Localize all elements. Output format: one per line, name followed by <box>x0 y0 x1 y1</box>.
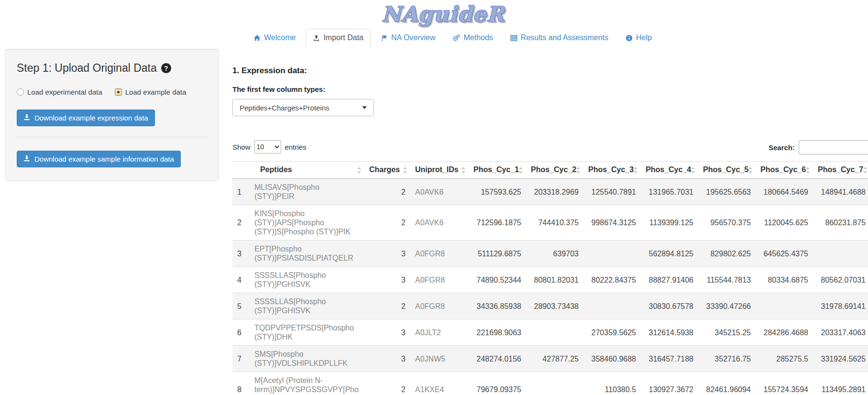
uniprot-cell: A0FGR8 <box>410 267 469 293</box>
charge-cell: 2 <box>364 179 410 205</box>
phos-cyc-5-cell: 33390.47266 <box>698 293 756 319</box>
row-index-cell: 1 <box>232 179 250 205</box>
phos-cyc-2-cell <box>526 319 583 346</box>
table-row: 5SSSSLLAS[Phospho (STY)]PGHISVK2A0FGR834… <box>232 293 868 319</box>
question-circle-icon[interactable]: ? <box>161 63 171 73</box>
charge-cell: 3 <box>364 319 410 346</box>
row-index-cell: 4 <box>232 267 250 293</box>
column-types-select[interactable]: Peptides+Charges+Proteins <box>232 99 374 116</box>
phos-cyc-3-cell: 110380.5 <box>583 372 641 395</box>
phos-cyc-3-cell: 80222.84375 <box>583 267 641 293</box>
uniprot-cell: A0FGR8 <box>410 293 469 319</box>
phos-cyc-7-cell <box>813 241 868 267</box>
peptide-cell: SSSSLLAS[Phospho (STY)]PGHISVK <box>250 293 364 319</box>
column-header-charges[interactable]: Charges <box>364 162 410 179</box>
column-header-phos-cyc-6[interactable]: Phos_Cyc_6 <box>756 162 813 179</box>
divider <box>17 137 207 137</box>
radio-label: Load experimental data <box>27 88 102 96</box>
table-row: 6TQDPVPPETPSDS[Phospho (STY)]DHK3A0JLT22… <box>232 319 868 346</box>
phos-cyc-3-cell <box>583 241 641 267</box>
phos-cyc-6-cell: 80334.6875 <box>756 267 813 293</box>
phos-cyc-2-cell: 28903.73438 <box>526 293 583 319</box>
phos-cyc-2-cell: 427877.25 <box>526 346 583 372</box>
flag-icon <box>381 34 388 42</box>
entries-label: entries <box>285 143 307 151</box>
row-index-cell: 3 <box>232 241 250 267</box>
radio-load-example-data[interactable]: Load example data <box>115 88 187 96</box>
phos-cyc-1-cell: 511129.6875 <box>469 241 526 267</box>
phos-cyc-7-cell: 31978.69141 <box>813 293 868 319</box>
tab-label: Results and Assessments <box>521 33 608 42</box>
phos-cyc-5-cell: 956570.375 <box>698 205 756 241</box>
peptide-cell: KINS[Phospho (STY)]APS[Phospho (STY)]S[P… <box>250 205 364 241</box>
column-header-phos-cyc-7[interactable]: Phos_Cyc_7 <box>813 162 868 179</box>
upload-panel-title-text: Step 1: Upload Original Data <box>17 62 157 75</box>
sort-icon <box>576 166 581 174</box>
phos-cyc-3-cell <box>583 293 641 319</box>
charge-cell: 2 <box>364 293 410 319</box>
phos-cyc-6-cell: 284286.4688 <box>756 319 813 346</box>
phos-cyc-4-cell: 131965.7031 <box>641 179 698 205</box>
phos-cyc-5-cell: 352716.75 <box>698 346 756 372</box>
column-header-phos-cyc-2[interactable]: Phos_Cyc_2 <box>526 162 583 179</box>
uniprot-cell: A0AVK6 <box>410 205 469 241</box>
phos-cyc-4-cell: 562894.8125 <box>641 241 698 267</box>
column-header-phos-cyc-5[interactable]: Phos_Cyc_5 <box>698 162 756 179</box>
charge-cell: 2 <box>364 205 410 241</box>
tab-help[interactable]: Help <box>618 29 659 47</box>
column-header-peptides[interactable]: Peptides <box>250 162 364 179</box>
phos-cyc-1-cell: 34336.85938 <box>469 293 526 319</box>
phos-cyc-5-cell: 345215.25 <box>698 319 756 346</box>
tab-results-assessments[interactable]: Results and Assessments <box>503 29 615 47</box>
row-index-cell: 7 <box>232 346 250 372</box>
charge-cell: 3 <box>364 241 410 267</box>
tab-methods[interactable]: Methods <box>445 29 500 47</box>
phos-cyc-4-cell: 130927.3672 <box>641 372 698 395</box>
gears-icon <box>452 34 460 42</box>
peptide-cell: TQDPVPPETPSDS[Phospho (STY)]DHK <box>250 319 364 346</box>
row-index-cell: 2 <box>232 205 250 241</box>
phos-cyc-1-cell: 79679.09375 <box>469 372 526 395</box>
search-input[interactable] <box>799 140 868 154</box>
radio-unchecked-icon <box>17 88 24 96</box>
column-header-phos-cyc-4[interactable]: Phos_Cyc_4 <box>641 162 698 179</box>
caret-down-icon <box>362 106 367 109</box>
phos-cyc-1-cell: 157593.625 <box>469 179 526 205</box>
download-sample-info-button[interactable]: Download example sample information data <box>17 151 181 167</box>
sort-icon <box>748 166 753 174</box>
download-expression-data-label: Download example expression data <box>34 114 148 122</box>
uniprot-cell: A0AVK6 <box>410 179 469 205</box>
sort-icon <box>805 166 810 174</box>
import-data-panel: 1. Expression data: The first few column… <box>232 66 868 395</box>
phos-cyc-2-cell: 80801.82031 <box>526 267 583 293</box>
phos-cyc-3-cell: 125540.7891 <box>583 179 641 205</box>
table-row: 7SMS[Phospho (STY)]VDLSHIPLKDPLLFK3A0JNW… <box>232 346 868 372</box>
phos-cyc-2-cell: 744410.375 <box>526 205 583 241</box>
column-header-uniprot-ids[interactable]: Uniprot_IDs <box>410 162 469 179</box>
radio-checked-icon <box>115 88 122 96</box>
sort-icon <box>863 166 868 174</box>
column-header-phos-cyc-3[interactable]: Phos_Cyc_3 <box>583 162 641 179</box>
tab-na-overview[interactable]: NA Overview <box>374 29 442 47</box>
download-expression-data-button[interactable]: Download example expression data <box>17 110 155 126</box>
phos-cyc-2-cell: 203318.2969 <box>526 179 583 205</box>
search-control: Search: <box>769 140 868 154</box>
phos-cyc-7-cell: 148941.4688 <box>813 179 868 205</box>
phos-cyc-5-cell: 829802.625 <box>698 241 756 267</box>
phos-cyc-3-cell: 998674.3125 <box>583 205 641 241</box>
table-row: 1MLISAVS[Phospho (STY)]PEIR2A0AVK6157593… <box>232 179 868 205</box>
tab-import-data[interactable]: Import Data <box>306 29 371 47</box>
nav-tabs: Welcome Import Data NA Overview Methods … <box>0 29 868 47</box>
download-icon <box>23 114 30 122</box>
table-row: 4SSSSLLAS[Phospho (STY)]PGHISVK3A0FGR874… <box>232 267 868 293</box>
radio-load-experimental-data[interactable]: Load experimental data <box>17 88 102 96</box>
charge-cell: 3 <box>364 346 410 372</box>
upload-panel: Step 1: Upload Original Data ? Load expe… <box>5 49 219 181</box>
peptide-cell: SMS[Phospho (STY)]VDLSHIPLKDPLLFK <box>250 346 364 372</box>
phos-cyc-5-cell: 195625.6563 <box>698 179 756 205</box>
page-length-select[interactable]: 10 <box>254 140 281 154</box>
tab-welcome[interactable]: Welcome <box>246 29 303 47</box>
column-header-phos-cyc-1[interactable]: Phos_Cyc_1 <box>469 162 526 179</box>
sort-icon <box>691 166 695 174</box>
row-index-cell: 8 <box>232 372 250 395</box>
